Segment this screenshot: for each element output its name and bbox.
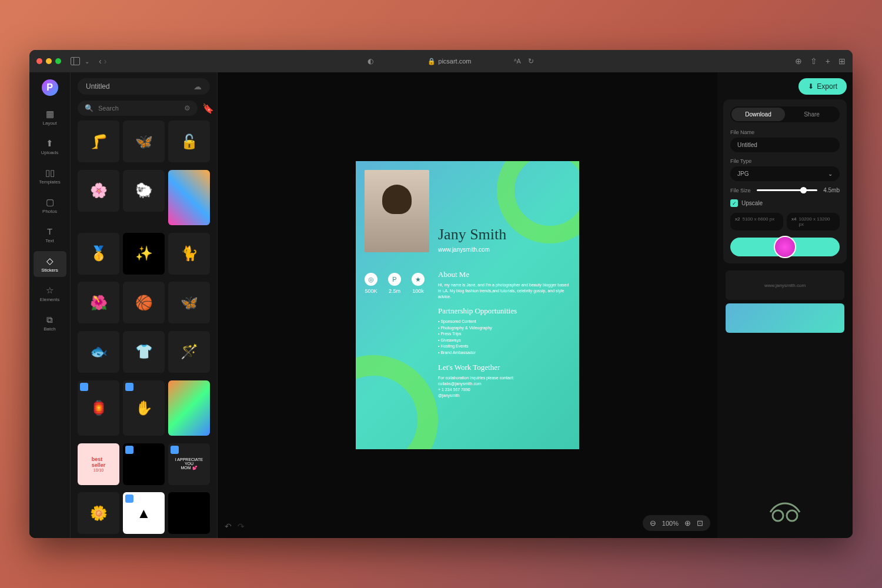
- profile-photo[interactable]: [365, 170, 429, 252]
- sticker-item[interactable]: 🏀: [123, 282, 165, 323]
- tab-share[interactable]: Share: [785, 108, 838, 121]
- nav-stickers[interactable]: ◇Stickers: [34, 251, 66, 277]
- redo-button[interactable]: ↷: [238, 522, 245, 531]
- layer-item[interactable]: www.janysmith.com: [726, 270, 844, 300]
- nav-uploads[interactable]: ⬆Uploads: [34, 133, 66, 159]
- sticker-item[interactable]: I APPRECIATEYOUMOM 💕: [168, 443, 210, 485]
- nav-label: Uploads: [41, 150, 58, 155]
- sticker-item[interactable]: 🏮: [78, 380, 119, 436]
- sticker-item[interactable]: ✨: [123, 233, 165, 275]
- sticker-grid: 🦵 🦋 🔓 🌸 🐑 🥇 ✨ 🐈 🌺 🏀 🦋 🐟 👕 🪄 🏮 ✋ bestsell: [71, 121, 217, 538]
- toggle-thumb[interactable]: [774, 236, 796, 258]
- work-heading[interactable]: Let's Work Together: [438, 363, 570, 372]
- layer-item[interactable]: [726, 303, 844, 333]
- export-button[interactable]: ⬇ Export: [799, 78, 847, 95]
- tab-download[interactable]: Download: [731, 108, 785, 121]
- sticker-item[interactable]: ▲: [123, 492, 165, 534]
- sticker-item[interactable]: 🐑: [123, 170, 165, 212]
- sticker-item[interactable]: 🦋: [123, 121, 165, 162]
- upscale-checkbox[interactable]: ✓: [730, 199, 738, 207]
- stat-value: 500K: [365, 288, 377, 294]
- zoom-out-button[interactable]: ⊖: [650, 519, 656, 527]
- nav-batch[interactable]: ⧉Batch: [34, 310, 66, 336]
- search-input[interactable]: [98, 105, 179, 112]
- url-bar[interactable]: 🔒 picsart.com: [427, 58, 471, 65]
- slider-thumb[interactable]: [800, 187, 807, 193]
- back-button[interactable]: ‹: [99, 56, 102, 66]
- text-icon: T: [45, 226, 55, 237]
- search-box[interactable]: 🔍 ⚙: [78, 101, 198, 116]
- document-title[interactable]: Untitled ☁: [78, 78, 210, 95]
- nav-text[interactable]: TText: [34, 222, 66, 248]
- close-window[interactable]: [36, 58, 42, 64]
- upload-icon: ⬆: [45, 138, 55, 149]
- export-panel: Download Share File Name File Type JPG ⌄…: [723, 99, 847, 263]
- maximize-window[interactable]: [55, 58, 61, 64]
- sticker-item[interactable]: 🦋: [168, 282, 210, 323]
- partnership-list[interactable]: • Sponsored Content• Photography & Video…: [438, 319, 570, 356]
- about-text[interactable]: Hi, my name is Jane, and I'm a photograp…: [438, 282, 570, 299]
- filesize-value: 4.5mb: [823, 187, 840, 193]
- sticker-item[interactable]: 🥇: [78, 233, 119, 275]
- sticker-item[interactable]: 🔓: [168, 121, 210, 162]
- nav-elements[interactable]: ☆Elements: [34, 280, 66, 306]
- filename-input[interactable]: [730, 138, 840, 152]
- refresh-icon[interactable]: ↻: [528, 57, 534, 65]
- forward-button[interactable]: ›: [104, 56, 107, 66]
- nav-layout[interactable]: ▦Layout: [34, 104, 66, 130]
- stat-other[interactable]: ★100k: [412, 273, 425, 294]
- sticker-item[interactable]: 🌺: [78, 282, 119, 323]
- sticker-item[interactable]: [168, 380, 210, 436]
- sidebar-toggle-icon[interactable]: [71, 57, 80, 65]
- tool-sidebar: P ▦Layout ⬆Uploads ▯▯Templates ▢Photos T…: [29, 72, 71, 538]
- partnership-heading[interactable]: Partnership Opportunities: [438, 306, 570, 316]
- export-icon: ⬇: [808, 82, 814, 91]
- profile-name[interactable]: Jany Smith: [438, 226, 506, 243]
- picsart-logo[interactable]: P: [42, 79, 58, 96]
- fit-button[interactable]: ⊡: [697, 519, 703, 527]
- zoom-in-button[interactable]: ⊕: [684, 519, 691, 527]
- minimize-window[interactable]: [46, 58, 52, 64]
- bookmark-icon[interactable]: 🔖: [202, 103, 214, 114]
- templates-icon: ▯▯: [45, 168, 55, 178]
- shield-icon[interactable]: ◐: [368, 57, 373, 65]
- dimension-option-4x[interactable]: x410200 x 13200 px: [787, 213, 840, 230]
- stat-pinterest[interactable]: P2.5m: [388, 273, 401, 294]
- share-icon[interactable]: ⇧: [810, 56, 817, 66]
- undo-button[interactable]: ↶: [225, 522, 232, 531]
- download-icon[interactable]: ⊕: [795, 56, 802, 66]
- filetype-select[interactable]: JPG ⌄: [730, 166, 840, 181]
- lock-icon: 🔒: [427, 58, 436, 65]
- nav-photos[interactable]: ▢Photos: [34, 192, 66, 218]
- nav-templates[interactable]: ▯▯Templates: [34, 163, 66, 189]
- stat-instagram[interactable]: ◎500K: [365, 273, 377, 294]
- sticker-item[interactable]: 🦵: [78, 121, 119, 162]
- filter-icon[interactable]: ⚙: [184, 104, 191, 112]
- about-heading[interactable]: About Me: [438, 270, 570, 279]
- sticker-item[interactable]: 🪄: [168, 331, 210, 373]
- chevron-down-icon[interactable]: ⌄: [85, 58, 89, 65]
- stat-value: 100k: [412, 288, 424, 294]
- filesize-slider[interactable]: [757, 189, 818, 191]
- sticker-item[interactable]: ✋: [123, 380, 165, 436]
- sticker-item[interactable]: 🌼: [78, 492, 119, 534]
- sticker-item[interactable]: 🌸: [78, 170, 119, 212]
- sticker-item[interactable]: ❄: [168, 492, 210, 534]
- stickers-panel: Untitled ☁ 🔍 ⚙ 🔖 🦵 🦋 🔓 🌸 🐑 🥇: [71, 72, 218, 538]
- design-canvas[interactable]: Jany Smith www.janysmith.com ◎500K P2.5m…: [356, 161, 579, 449]
- sticker-item[interactable]: [123, 443, 165, 485]
- sticker-item[interactable]: 👕: [123, 331, 165, 373]
- new-tab-icon[interactable]: +: [826, 56, 830, 66]
- layer-eyes-icon[interactable]: [767, 495, 803, 530]
- sticker-item[interactable]: bestseller10/10: [78, 443, 119, 485]
- sticker-item[interactable]: 🐟: [78, 331, 119, 373]
- work-text[interactable]: For collaboration inquiries please conta…: [438, 375, 570, 398]
- reader-icon[interactable]: ᴬA: [514, 58, 521, 65]
- instagram-icon: ◎: [365, 273, 377, 286]
- website-url[interactable]: www.janysmith.com: [438, 246, 490, 253]
- tabs-icon[interactable]: ⊞: [838, 56, 846, 66]
- sticker-item[interactable]: [168, 170, 210, 226]
- dimension-option-2x[interactable]: x25100 x 6600 px: [730, 213, 783, 230]
- sticker-item[interactable]: 🐈: [168, 233, 210, 275]
- export-toggle[interactable]: [730, 238, 840, 256]
